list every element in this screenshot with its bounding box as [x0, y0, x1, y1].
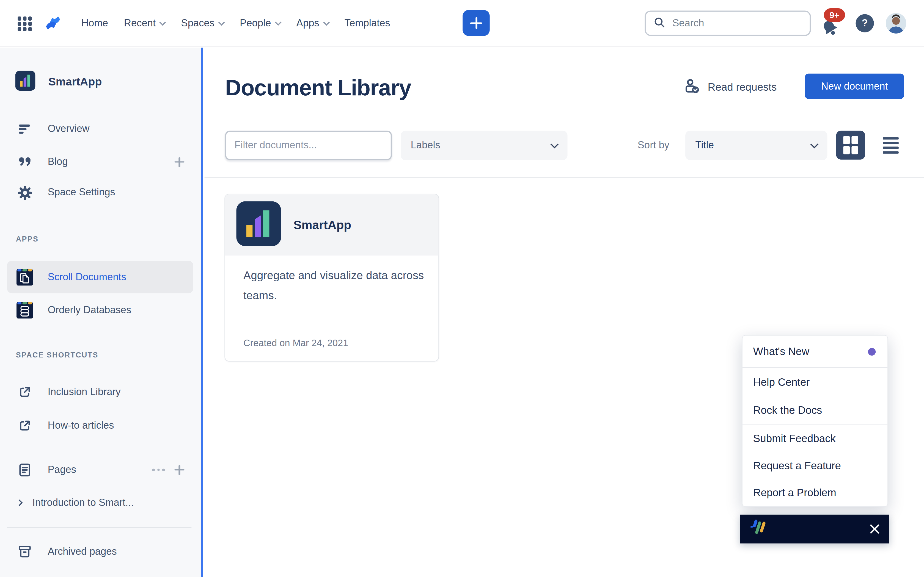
sidebar-item-archived-pages[interactable]: Archived pages [0, 539, 201, 565]
labels-filter-value: Labels [411, 140, 440, 152]
sidebar-item-label: How-to articles [48, 420, 114, 432]
sidebar-item-space-settings[interactable]: Space Settings [0, 180, 201, 206]
nav-templates[interactable]: Templates [344, 18, 390, 29]
grid-view-button[interactable] [836, 131, 865, 160]
nav-recent-label: Recent [124, 18, 156, 29]
sidebar-item-label: Space Settings [48, 187, 115, 198]
external-link-icon [16, 418, 34, 433]
notifications-button[interactable]: 9+ [819, 6, 849, 40]
sidebar-item-overview[interactable]: Overview [0, 116, 201, 142]
list-view-button[interactable] [880, 135, 901, 156]
sidebar-item-label: Orderly Databases [48, 305, 131, 316]
external-link-icon [16, 384, 34, 400]
search-icon [653, 16, 666, 31]
document-created-date: Created on Mar 24, 2021 [243, 338, 348, 349]
confluence-screen: Home Recent Spaces People Apps Templates [0, 0, 924, 577]
nav-recent[interactable]: Recent [124, 18, 165, 29]
user-avatar[interactable] [886, 13, 906, 34]
nav-spaces[interactable]: Spaces [181, 18, 224, 29]
sidebar-item-label: Overview [48, 123, 90, 135]
plus-icon [470, 17, 482, 29]
add-blog-icon[interactable] [174, 157, 184, 167]
sidebar-item-label: Archived pages [48, 546, 117, 558]
help-button[interactable]: ? [856, 14, 874, 32]
space-shortcuts-section-header: SPACE SHORTCUTS [16, 351, 99, 359]
gear-icon [16, 185, 34, 201]
sidebar-item-label: Pages [48, 464, 76, 476]
menu-item-submit-feedback[interactable]: Submit Feedback [743, 425, 887, 452]
nav-home[interactable]: Home [81, 18, 108, 29]
read-requests-button[interactable]: Read requests [684, 78, 777, 96]
sidebar-item-inclusion-library[interactable]: Inclusion Library [0, 379, 201, 405]
sidebar-item-label: Scroll Documents [48, 271, 126, 283]
person-check-icon [684, 79, 700, 96]
sidebar-item-pages[interactable]: Pages [0, 457, 201, 483]
chevron-down-icon [550, 140, 559, 148]
space-header[interactable]: SmartApp [0, 71, 201, 92]
space-name: SmartApp [48, 75, 102, 88]
add-page-icon[interactable] [174, 465, 184, 475]
menu-item-label: What's New [753, 345, 809, 358]
chevron-down-icon [810, 140, 818, 148]
sidebar-item-introduction-page[interactable]: Introduction to Smart... [0, 490, 201, 516]
nav-apps[interactable]: Apps [296, 18, 329, 29]
page-icon [16, 462, 34, 477]
new-document-button[interactable]: New document [805, 74, 904, 99]
menu-item-label: Request a Feature [753, 460, 841, 472]
menu-item-whats-new[interactable]: What's New [743, 335, 887, 367]
document-card[interactable]: SmartApp Aggregate and visualize data ac… [225, 194, 439, 362]
chevron-down-icon [275, 19, 281, 26]
read-requests-label: Read requests [708, 81, 777, 93]
menu-item-label: Report a Problem [753, 487, 836, 499]
vendor-banner[interactable] [740, 515, 889, 543]
chevron-right-icon[interactable] [16, 500, 23, 506]
orderly-databases-app-icon [16, 301, 34, 319]
new-indicator-dot [868, 348, 876, 355]
quote-icon [16, 154, 34, 169]
new-document-label: New document [821, 81, 888, 92]
menu-item-request-a-feature[interactable]: Request a Feature [743, 452, 887, 479]
filter-documents-input[interactable] [225, 131, 392, 160]
labels-filter-dropdown[interactable]: Labels [401, 131, 567, 160]
grid-view-icon [843, 136, 858, 154]
sidebar-item-scroll-documents[interactable]: Scroll Documents [7, 261, 193, 293]
app-switcher-icon[interactable] [17, 16, 32, 34]
nav-people-label: People [240, 18, 271, 29]
menu-item-rock-the-docs[interactable]: Rock the Docs [743, 396, 887, 424]
sidebar-item-how-to-articles[interactable]: How-to articles [0, 413, 201, 438]
sidebar-item-label: Introduction to Smart... [32, 497, 134, 509]
toolbar-divider [205, 177, 924, 178]
confluence-logo-icon[interactable] [44, 13, 63, 35]
search-input[interactable] [671, 17, 804, 30]
sidebar-item-label: Inclusion Library [48, 386, 121, 398]
sort-dropdown[interactable]: Title [685, 131, 827, 160]
top-navigation-bar: Home Recent Spaces People Apps Templates [0, 0, 924, 47]
more-options-icon[interactable] [152, 469, 165, 471]
page-title: Document Library [225, 75, 411, 101]
apps-section-header: APPS [16, 235, 39, 243]
close-icon[interactable] [868, 522, 881, 535]
nav-people[interactable]: People [240, 18, 281, 29]
create-button[interactable] [462, 10, 490, 36]
menu-item-label: Submit Feedback [753, 432, 836, 445]
chevron-down-icon [218, 19, 225, 26]
nav-home-label: Home [81, 18, 108, 29]
space-logo-icon [15, 71, 36, 93]
sidebar-item-orderly-databases[interactable]: Orderly Databases [0, 297, 201, 323]
menu-item-help-center[interactable]: Help Center [743, 368, 887, 396]
document-logo-icon [236, 201, 281, 248]
menu-item-label: Help Center [753, 376, 810, 388]
nav-spaces-label: Spaces [181, 18, 215, 29]
menu-item-label: Rock the Docs [753, 404, 822, 417]
nav-apps-label: Apps [296, 18, 319, 29]
menu-item-report-a-problem[interactable]: Report a Problem [743, 479, 887, 506]
question-mark-icon: ? [862, 17, 867, 29]
document-title: SmartApp [293, 218, 351, 232]
sidebar-item-blog[interactable]: Blog [0, 149, 201, 175]
search-box[interactable] [645, 11, 811, 36]
space-sidebar: SmartApp Overview Blog [0, 48, 203, 577]
primary-nav: Home Recent Spaces People Apps Templates [81, 0, 390, 47]
sidebar-divider [7, 527, 192, 528]
k15t-logo-icon [748, 519, 771, 539]
document-card-header: SmartApp [225, 194, 439, 256]
